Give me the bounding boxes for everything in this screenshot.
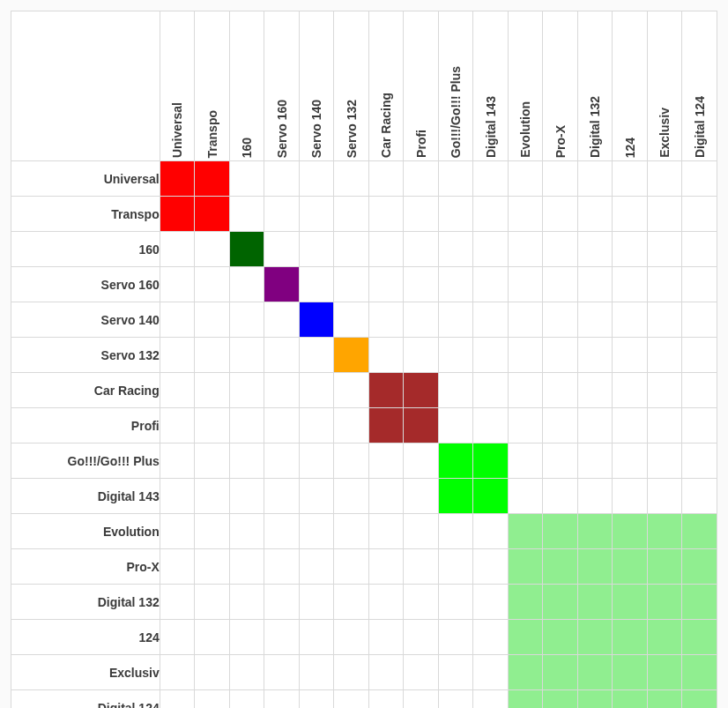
matrix-cell (613, 408, 648, 443)
matrix-cell (613, 479, 648, 514)
matrix-cell (647, 373, 682, 408)
matrix-cell (647, 549, 682, 585)
column-header-label: Servo 160 (276, 100, 288, 158)
column-header-label: 124 (624, 138, 636, 158)
matrix-cell (160, 161, 195, 197)
row-header: Profi (11, 408, 160, 443)
table-row: Car Racing (11, 373, 717, 408)
row-header: Servo 160 (11, 267, 160, 302)
matrix-cell (404, 232, 439, 267)
matrix-cell (647, 232, 682, 267)
matrix-cell (160, 479, 195, 514)
table-row: Servo 132 (11, 338, 717, 373)
matrix-cell (299, 690, 334, 709)
matrix-cell (299, 197, 334, 232)
matrix-cell (160, 549, 195, 585)
column-header: Pro-X (543, 11, 578, 161)
row-header: Servo 140 (11, 302, 160, 338)
matrix-cell (299, 232, 334, 267)
matrix-cell (368, 585, 404, 620)
column-header: Transpo (195, 11, 230, 161)
matrix-cell (647, 267, 682, 302)
column-header-label: Digital 143 (485, 96, 497, 158)
matrix-cell (577, 443, 613, 479)
matrix-cell (647, 620, 682, 655)
table-row: Digital 143 (11, 479, 717, 514)
matrix-cell (508, 338, 543, 373)
matrix-cell (334, 690, 369, 709)
matrix-cell (195, 408, 230, 443)
matrix-cell (195, 655, 230, 690)
matrix-cell (508, 373, 543, 408)
matrix-cell (543, 197, 578, 232)
matrix-cell (264, 373, 300, 408)
matrix-cell (473, 585, 509, 620)
matrix-cell (299, 408, 334, 443)
matrix-cell (508, 232, 543, 267)
matrix-cell (229, 302, 264, 338)
matrix-cell (404, 585, 439, 620)
matrix-cell (195, 232, 230, 267)
matrix-cell (577, 232, 613, 267)
matrix-cell (160, 267, 195, 302)
row-header: Digital 143 (11, 479, 160, 514)
matrix-cell (647, 443, 682, 479)
matrix-cell (195, 585, 230, 620)
matrix-cell (613, 514, 648, 549)
matrix-cell (264, 479, 300, 514)
matrix-cell (438, 408, 473, 443)
matrix-cell (404, 549, 439, 585)
matrix-cell (160, 338, 195, 373)
matrix-cell (404, 620, 439, 655)
matrix-cell (404, 161, 439, 197)
matrix-cell (438, 479, 473, 514)
column-header: Universal (160, 11, 195, 161)
matrix-cell (334, 479, 369, 514)
matrix-cell (647, 690, 682, 709)
matrix-cell (473, 338, 509, 373)
matrix-cell (195, 690, 230, 709)
matrix-cell (438, 161, 473, 197)
matrix-cell (264, 585, 300, 620)
table-row: Profi (11, 408, 717, 443)
matrix-cell (160, 620, 195, 655)
matrix-cell (160, 232, 195, 267)
matrix-cell (613, 161, 648, 197)
matrix-cell (508, 267, 543, 302)
matrix-cell (508, 549, 543, 585)
matrix-cell (404, 267, 439, 302)
matrix-cell (577, 267, 613, 302)
matrix-cell (195, 267, 230, 302)
matrix-cell (473, 443, 509, 479)
matrix-cell (264, 161, 300, 197)
matrix-cell (334, 408, 369, 443)
row-header: Pro-X (11, 549, 160, 585)
matrix-cell (647, 479, 682, 514)
matrix-cell (613, 443, 648, 479)
matrix-cell (229, 161, 264, 197)
column-header-label: Profi (415, 130, 427, 158)
matrix-cell (368, 338, 404, 373)
matrix-cell (577, 655, 613, 690)
table-row: Servo 140 (11, 302, 717, 338)
matrix-cell (368, 408, 404, 443)
matrix-cell (334, 373, 369, 408)
column-header: Exclusiv (647, 11, 682, 161)
matrix-cell (577, 338, 613, 373)
matrix-cell (160, 690, 195, 709)
matrix-cell (577, 373, 613, 408)
matrix-cell (647, 585, 682, 620)
row-header: Universal (11, 161, 160, 197)
matrix-cell (543, 620, 578, 655)
matrix-cell (229, 620, 264, 655)
matrix-cell (264, 338, 300, 373)
matrix-cell (508, 302, 543, 338)
matrix-cell (682, 549, 717, 585)
matrix-cell (334, 585, 369, 620)
column-header: Car Racing (368, 11, 404, 161)
matrix-cell (299, 620, 334, 655)
matrix-cell (438, 232, 473, 267)
column-header-label: Servo 140 (310, 100, 323, 158)
row-header: Evolution (11, 514, 160, 549)
column-header: Servo 140 (299, 11, 334, 161)
